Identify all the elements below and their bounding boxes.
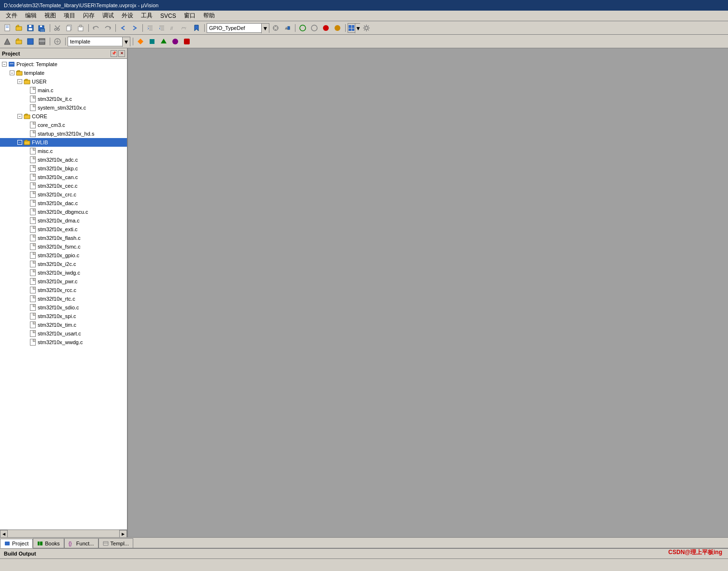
tb2-btn2[interactable] (147, 36, 157, 47)
root-expand-btn[interactable]: − (2, 62, 7, 67)
save-all-btn[interactable] (37, 23, 47, 33)
menu-window[interactable]: 窗口 (180, 11, 199, 21)
panel-scrollbar[interactable]: ◀ ▶ (0, 529, 127, 537)
tree-file-pwr[interactable]: stm32f10x_pwr.c (0, 277, 127, 286)
options2-btn[interactable] (37, 36, 47, 47)
target-combo-arrow[interactable]: ▼ (261, 24, 269, 33)
fwlib-folder-label: FWLIB (32, 139, 48, 145)
nav-back-btn[interactable] (118, 23, 128, 33)
menu-tools[interactable]: 工具 (137, 11, 156, 21)
copy-btn[interactable] (64, 23, 74, 33)
target-options-btn[interactable] (270, 23, 281, 33)
scrollbar-track[interactable] (8, 530, 119, 537)
tree-file-usart[interactable]: stm32f10x_usart.c (0, 329, 127, 338)
build-config-arrow[interactable]: ▼ (122, 37, 130, 47)
redo-btn[interactable] (102, 23, 113, 33)
tree-file-gpio[interactable]: stm32f10x_gpio.c (0, 251, 127, 260)
scroll-right-btn[interactable]: ▶ (119, 530, 127, 537)
tb2-btn3[interactable] (158, 36, 169, 47)
tree-file-fsmc[interactable]: stm32f10x_fsmc.c (0, 242, 127, 251)
tree-file-spi[interactable]: stm32f10x_spi.c (0, 312, 127, 320)
tree-file-rtc[interactable]: stm32f10x_rtc.c (0, 294, 127, 303)
new-btn[interactable] (2, 23, 13, 33)
debug-btn[interactable] (321, 23, 331, 33)
tb2-btn4[interactable] (170, 36, 181, 47)
template-expand-btn[interactable]: − (10, 70, 14, 75)
tab-project[interactable]: Project (0, 539, 33, 548)
tree-root[interactable]: − Project: Template (0, 60, 127, 69)
tab-templates[interactable]: Templ... (98, 538, 134, 548)
view-combo-arrow[interactable]: ▼ (355, 24, 361, 33)
debug2-btn[interactable] (332, 23, 343, 33)
tree-file-core-cm3[interactable]: core_cm3.c (0, 121, 127, 129)
nav-fwd-btn[interactable] (129, 23, 140, 33)
sep8 (48, 37, 51, 46)
stop-btn[interactable] (309, 23, 320, 33)
tree-file-misc[interactable]: misc.c (0, 147, 127, 155)
tb2-btn1[interactable] (135, 36, 146, 47)
tree-file-iwdg[interactable]: stm32f10x_iwdg.c (0, 268, 127, 277)
paste-btn[interactable] (75, 23, 86, 33)
panel-pin-button[interactable]: 📌 (111, 50, 117, 57)
tree-file-i2c[interactable]: stm32f10x_i2c.c (0, 260, 127, 268)
tree-file-flash[interactable]: stm32f10x_flash.c (0, 234, 127, 242)
tree-user-folder[interactable]: − USER (0, 77, 127, 86)
manage-btn[interactable] (52, 36, 63, 47)
tree-file-adc[interactable]: stm32f10x_adc.c (0, 155, 127, 164)
tree-file-sdio[interactable]: stm32f10x_sdio.c (0, 303, 127, 312)
tree-file-main-c[interactable]: main.c (0, 86, 127, 95)
menu-help[interactable]: 帮助 (199, 11, 219, 21)
tree-file-dac[interactable]: stm32f10x_dac.c (0, 199, 127, 208)
bookmarks-btn[interactable] (191, 23, 202, 33)
tree-file-cec[interactable]: stm32f10x_cec.c (0, 181, 127, 190)
tree-file-system-c[interactable]: system_stm32f10x.c (0, 103, 127, 112)
fwlib-expand-btn[interactable]: − (17, 140, 22, 145)
menu-view[interactable]: 视图 (41, 11, 60, 21)
toggle-comment-btn[interactable]: // (168, 23, 179, 33)
settings-btn[interactable] (361, 23, 372, 33)
tree-file-exti[interactable]: stm32f10x_exti.c (0, 225, 127, 234)
menu-project[interactable]: 项目 (60, 11, 79, 21)
tree-file-rcc[interactable]: stm32f10x_rcc.c (0, 286, 127, 294)
toggle-block-btn[interactable]: /**/ (180, 23, 190, 33)
scroll-left-btn[interactable]: ◀ (0, 530, 8, 537)
tree-file-crc[interactable]: stm32f10x_crc.c (0, 190, 127, 199)
tree-file-can[interactable]: stm32f10x_can.c (0, 173, 127, 181)
tree-file-startup[interactable]: startup_stm32f10x_hd.s (0, 129, 127, 138)
undo-btn[interactable] (91, 23, 101, 33)
open2-btn[interactable] (14, 36, 24, 47)
save-btn[interactable] (25, 23, 36, 33)
view-combo[interactable]: ▼ (348, 23, 360, 33)
cut-btn[interactable] (52, 23, 63, 33)
menu-file[interactable]: 文件 (2, 11, 21, 21)
save2-btn[interactable] (25, 36, 36, 47)
menu-svcs[interactable]: SVCS (156, 12, 180, 20)
unindent-btn[interactable] (156, 23, 167, 33)
tree-file-wwdg[interactable]: stm32f10x_wwdg.c (0, 338, 127, 347)
tree-file-it-c[interactable]: stm32f10x_it.c (0, 95, 127, 103)
tree-file-dbgmcu[interactable]: stm32f10x_dbgmcu.c (0, 208, 127, 216)
tree-file-tim[interactable]: stm32f10x_tim.c (0, 320, 127, 329)
tree-template-group[interactable]: − template (0, 69, 127, 77)
menu-flash[interactable]: 闪存 (79, 11, 98, 21)
tb2-btn5[interactable] (182, 36, 192, 47)
menu-debug[interactable]: 调试 (98, 11, 118, 21)
build2-btn[interactable] (2, 36, 13, 47)
target-combo[interactable]: GPIO_TypeDef ▼ (207, 23, 269, 33)
tab-functions[interactable]: {} Funct... (64, 538, 98, 548)
tree-file-bkp[interactable]: stm32f10x_bkp.c (0, 164, 127, 173)
tab-books[interactable]: Books (33, 538, 64, 548)
tree-fwlib-folder[interactable]: − FWLIB (0, 138, 127, 147)
core-expand-btn[interactable]: − (17, 114, 22, 119)
user-expand-btn[interactable]: − (17, 79, 22, 84)
menu-peripherals[interactable]: 外设 (118, 11, 137, 21)
open-btn[interactable] (14, 23, 24, 33)
env-select-btn[interactable] (282, 23, 293, 33)
tree-core-folder[interactable]: − CORE (0, 112, 127, 121)
indent-btn[interactable] (145, 23, 155, 33)
panel-close-button[interactable]: ✕ (118, 50, 125, 57)
run-btn[interactable] (297, 23, 308, 33)
build-config-combo[interactable]: template ▼ (68, 37, 130, 46)
menu-edit[interactable]: 编辑 (21, 11, 41, 21)
tree-file-dma[interactable]: stm32f10x_dma.c (0, 216, 127, 225)
